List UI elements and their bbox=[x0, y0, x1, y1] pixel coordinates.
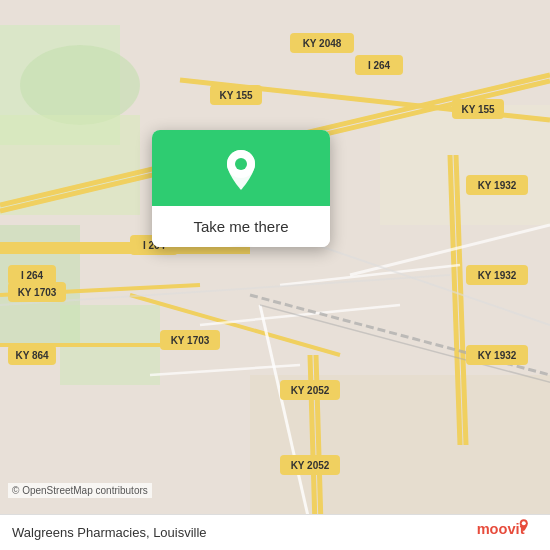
svg-point-60 bbox=[522, 521, 526, 525]
svg-text:KY 1703: KY 1703 bbox=[171, 335, 210, 346]
moovit-logo: moovit bbox=[475, 516, 540, 542]
svg-rect-6 bbox=[380, 105, 550, 225]
svg-text:KY 155: KY 155 bbox=[219, 90, 253, 101]
location-label: Walgreens Pharmacies, Louisville bbox=[12, 525, 207, 540]
map-container: KY 2048 I 264 KY 155 KY 155 KY 1703 I 26… bbox=[0, 0, 550, 550]
popup-header bbox=[152, 130, 330, 206]
svg-text:KY 1932: KY 1932 bbox=[478, 270, 517, 281]
svg-text:I 264: I 264 bbox=[21, 270, 44, 281]
svg-text:KY 2052: KY 2052 bbox=[291, 385, 330, 396]
attribution-text: © OpenStreetMap contributors bbox=[8, 483, 152, 498]
location-pin-icon bbox=[223, 148, 259, 192]
map-roads: KY 2048 I 264 KY 155 KY 155 KY 1703 I 26… bbox=[0, 0, 550, 550]
bottom-bar: Walgreens Pharmacies, Louisville moovit bbox=[0, 514, 550, 550]
svg-point-4 bbox=[20, 45, 140, 125]
svg-text:KY 155: KY 155 bbox=[461, 104, 495, 115]
svg-point-58 bbox=[235, 158, 247, 170]
take-me-there-button[interactable]: Take me there bbox=[152, 206, 330, 247]
svg-text:KY 1932: KY 1932 bbox=[478, 350, 517, 361]
svg-text:KY 1932: KY 1932 bbox=[478, 180, 517, 191]
popup-card: Take me there bbox=[152, 130, 330, 247]
svg-text:KY 1703: KY 1703 bbox=[18, 287, 57, 298]
svg-text:KY 2052: KY 2052 bbox=[291, 460, 330, 471]
svg-text:KY 864: KY 864 bbox=[15, 350, 49, 361]
svg-text:I 264: I 264 bbox=[368, 60, 391, 71]
svg-text:moovit: moovit bbox=[477, 521, 525, 537]
svg-text:KY 2048: KY 2048 bbox=[303, 38, 342, 49]
